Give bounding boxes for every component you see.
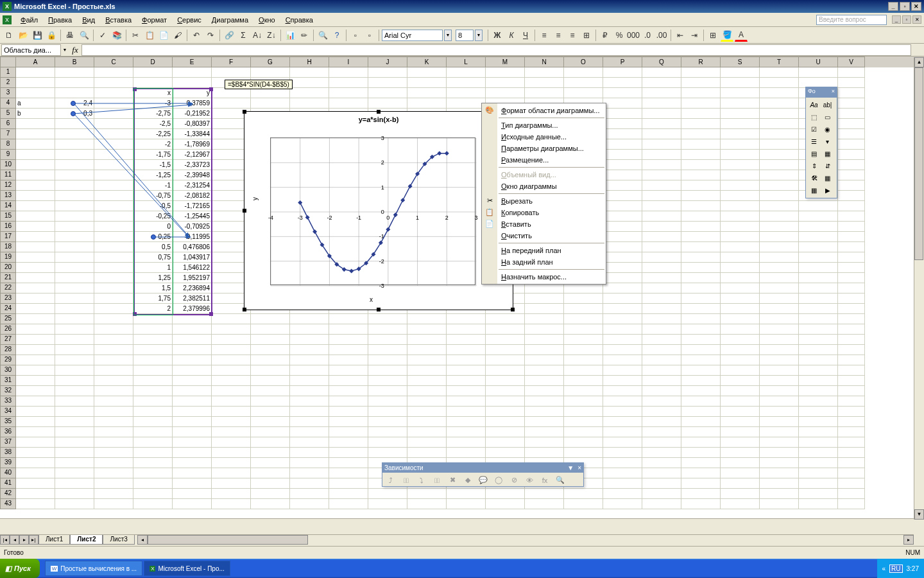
cell[interactable]	[94, 211, 133, 222]
cell[interactable]	[447, 67, 486, 78]
doc-close-button[interactable]: ✕	[912, 15, 921, 24]
cell[interactable]	[721, 304, 760, 314]
cell[interactable]	[603, 448, 642, 458]
cell[interactable]	[603, 252, 642, 263]
cell[interactable]	[447, 407, 486, 417]
cell[interactable]	[799, 222, 838, 232]
cell[interactable]	[290, 345, 329, 355]
cell[interactable]	[212, 437, 251, 448]
cell[interactable]	[564, 437, 603, 448]
cell[interactable]	[603, 324, 642, 335]
cell[interactable]	[681, 273, 721, 283]
cell[interactable]	[368, 365, 407, 376]
menu-Сервис[interactable]: Сервис	[172, 15, 207, 25]
cell[interactable]	[55, 252, 94, 263]
cell[interactable]	[799, 437, 838, 448]
checkbox-control-icon[interactable]: ☑	[807, 123, 821, 136]
cell[interactable]	[525, 365, 564, 376]
cell[interactable]	[251, 88, 290, 98]
col-header-P[interactable]: P	[603, 57, 642, 67]
cell[interactable]	[290, 417, 329, 427]
cell[interactable]	[799, 232, 838, 242]
cell[interactable]	[564, 345, 603, 355]
cell[interactable]	[799, 252, 838, 263]
context-menu-item[interactable]: Исходные данные...	[482, 131, 606, 143]
cell[interactable]	[16, 150, 55, 160]
cell[interactable]	[94, 499, 133, 509]
cell[interactable]	[16, 468, 55, 478]
cell[interactable]	[525, 407, 564, 417]
cell[interactable]	[721, 283, 760, 293]
cell[interactable]	[603, 345, 642, 355]
cell[interactable]	[721, 478, 760, 489]
cell[interactable]	[94, 88, 133, 98]
row-header[interactable]: 42	[0, 489, 16, 499]
cell[interactable]	[16, 283, 55, 293]
cell[interactable]	[564, 67, 603, 78]
font-size-box[interactable]: 8	[456, 30, 474, 41]
cell[interactable]	[16, 499, 55, 509]
row-header[interactable]: 14	[0, 201, 16, 211]
trace-dependents-icon[interactable]: ⤵	[415, 474, 429, 486]
cell[interactable]	[799, 263, 838, 273]
cell[interactable]	[838, 407, 865, 417]
cell[interactable]	[603, 314, 642, 324]
cell[interactable]	[721, 201, 760, 211]
cell[interactable]	[799, 324, 838, 335]
toggle-grid-icon[interactable]: ▦	[807, 184, 821, 197]
cell[interactable]	[681, 407, 721, 417]
row-header[interactable]: 26	[0, 324, 16, 335]
cell[interactable]	[681, 180, 721, 191]
cell[interactable]	[603, 293, 642, 304]
cell[interactable]	[212, 98, 251, 109]
cell[interactable]	[642, 98, 681, 109]
cell[interactable]: 0,37859	[173, 98, 212, 109]
cell[interactable]	[642, 386, 681, 396]
cell[interactable]	[603, 427, 642, 437]
vertical-scrollbar[interactable]: ▲ ▼	[914, 57, 924, 520]
inc-indent-icon[interactable]: ⇥	[688, 29, 701, 42]
label-control-icon[interactable]: Aa	[807, 99, 821, 111]
cell[interactable]	[94, 109, 133, 119]
cell[interactable]	[681, 324, 721, 335]
cell[interactable]	[94, 273, 133, 283]
cell[interactable]	[368, 345, 407, 355]
row-header[interactable]: 4	[0, 98, 16, 109]
cell[interactable]	[760, 283, 799, 293]
cell[interactable]	[55, 437, 94, 448]
cell[interactable]	[603, 88, 642, 98]
row-header[interactable]: 5	[0, 109, 16, 119]
cell[interactable]	[838, 376, 865, 386]
cell[interactable]: -1,25	[133, 170, 173, 180]
scrollbar-control-icon[interactable]: ⇕	[807, 160, 821, 172]
cell[interactable]	[760, 324, 799, 335]
cell[interactable]: 2	[133, 304, 173, 314]
cell[interactable]	[173, 499, 212, 509]
cell[interactable]	[447, 448, 486, 458]
cell[interactable]	[681, 293, 721, 304]
cell[interactable]	[368, 396, 407, 407]
cell[interactable]	[681, 109, 721, 119]
row-header[interactable]: 22	[0, 283, 16, 293]
cell[interactable]	[94, 98, 133, 109]
cell[interactable]	[681, 170, 721, 180]
cell[interactable]	[760, 386, 799, 396]
cell[interactable]	[94, 67, 133, 78]
clear-circles-icon[interactable]: ⊘	[507, 474, 521, 486]
context-menu-item[interactable]: 📄Вставить	[482, 218, 606, 230]
row-header[interactable]: 8	[0, 139, 16, 150]
cell[interactable]	[94, 478, 133, 489]
cell[interactable]	[447, 314, 486, 324]
cell[interactable]	[55, 67, 94, 78]
cell[interactable]	[838, 211, 865, 222]
col-header-D[interactable]: D	[133, 57, 173, 67]
cell[interactable]	[173, 458, 212, 468]
cell[interactable]	[721, 355, 760, 365]
trace-error-icon[interactable]: ◆	[461, 474, 475, 486]
row-header[interactable]: 13	[0, 191, 16, 201]
cell[interactable]	[564, 88, 603, 98]
cell[interactable]	[55, 355, 94, 365]
edit-control-icon[interactable]: ab|	[821, 99, 834, 111]
cell[interactable]	[642, 211, 681, 222]
cell[interactable]	[55, 365, 94, 376]
